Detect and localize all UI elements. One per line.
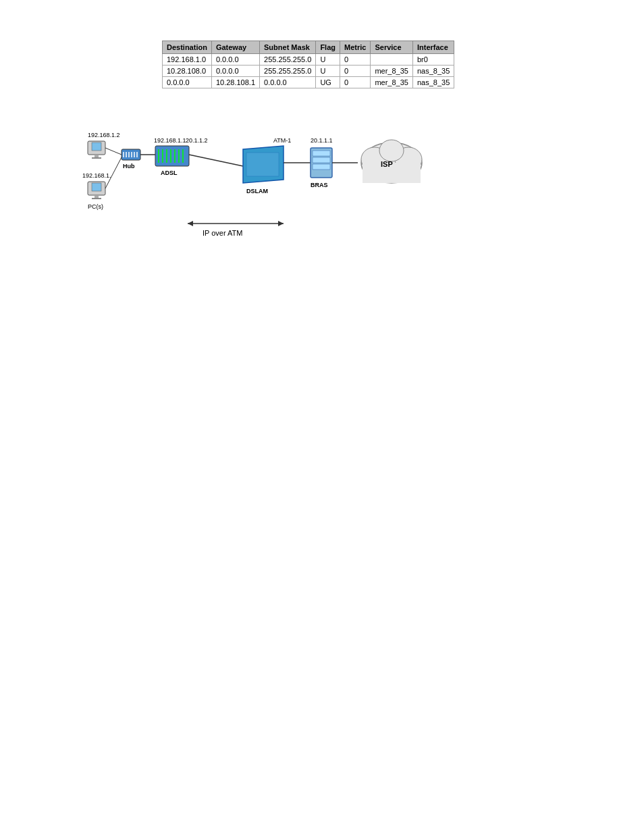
svg-rect-17 [155, 146, 189, 166]
cell-r0-c4: 0 [340, 54, 371, 66]
col-header-destination: Destination [163, 41, 212, 54]
cell-r2-c1: 10.28.108.1 [211, 77, 259, 88]
svg-rect-32 [313, 157, 330, 163]
svg-marker-41 [188, 221, 193, 226]
pc-ip1-label: 192.168.1.2 [88, 132, 120, 138]
cell-r1-c4: 0 [340, 66, 371, 77]
svg-rect-31 [313, 151, 330, 156]
isp-label: ISP [381, 160, 393, 168]
cell-r2-c0: 0.0.0.0 [163, 77, 212, 88]
cell-r0-c1: 0.0.0.0 [211, 54, 259, 66]
cell-r1-c3: U [316, 66, 340, 77]
page-content: Destination Gateway Subnet Mask Flag Met… [0, 0, 644, 291]
col-header-metric: Metric [340, 41, 371, 54]
cell-r2-c2: 0.0.0.0 [260, 77, 316, 88]
svg-rect-2 [95, 155, 99, 157]
pc-label: PC(s) [88, 203, 103, 210]
adsl-ip-right-label: 20.1.1.2 [186, 137, 208, 144]
svg-rect-4 [122, 149, 140, 160]
cell-r2-c3: UG [316, 77, 340, 88]
bras-label: BRAS [311, 182, 328, 188]
adsl-ip-left-label: 192.168.1.1 [154, 137, 186, 144]
adsl-label: ADSL [161, 170, 178, 176]
ip-over-atm-label: IP over ATM [203, 229, 243, 237]
cell-r0-c3: U [316, 54, 340, 66]
pc-ip2-label: 192.168.1. [82, 172, 111, 179]
svg-rect-13 [95, 195, 99, 198]
cell-r0-c5 [371, 54, 413, 66]
cell-r2-c6: nas_8_35 [412, 77, 454, 88]
svg-line-26 [189, 155, 243, 166]
network-diagram: 192.168.1.2 Hub 192.168.1. PC(s) [68, 129, 540, 264]
svg-rect-12 [92, 183, 101, 191]
cell-r0-c2: 255.255.255.0 [260, 54, 316, 66]
routing-table-container: Destination Gateway Subnet Mask Flag Met… [162, 41, 617, 88]
svg-marker-42 [278, 221, 284, 226]
col-header-service: Service [371, 41, 413, 54]
cell-r1-c6: nas_8_35 [412, 66, 454, 77]
cell-r0-c6: br0 [412, 54, 454, 66]
atm-label: ATM-1 [273, 137, 291, 144]
svg-rect-1 [92, 142, 101, 151]
svg-rect-28 [246, 153, 279, 176]
col-header-flag: Flag [316, 41, 340, 54]
svg-line-15 [105, 148, 122, 155]
table-row: 10.28.108.00.0.0.0255.255.255.0U0mer_8_3… [163, 66, 454, 77]
svg-rect-33 [313, 164, 330, 170]
col-header-interface: Interface [412, 41, 454, 54]
table-row: 192.168.1.00.0.0.0255.255.255.0U0br0 [163, 54, 454, 66]
hub-label: Hub [123, 163, 135, 170]
dslam-label: DSLAM [246, 188, 268, 194]
cell-r2-c5: mer_8_35 [371, 77, 413, 88]
cell-r2-c4: 0 [340, 77, 371, 88]
cell-r0-c0: 192.168.1.0 [163, 54, 212, 66]
diagram-svg: 192.168.1.2 Hub 192.168.1. PC(s) [68, 129, 540, 264]
cell-r1-c0: 10.28.108.0 [163, 66, 212, 77]
col-header-gateway: Gateway [211, 41, 259, 54]
bras-ip-label: 20.1.1.1 [311, 137, 333, 144]
table-row: 0.0.0.010.28.108.10.0.0.0UG0mer_8_35nas_… [163, 77, 454, 88]
col-header-subnet-mask: Subnet Mask [260, 41, 316, 54]
svg-rect-3 [92, 157, 101, 159]
cell-r1-c2: 255.255.255.0 [260, 66, 316, 77]
routing-table: Destination Gateway Subnet Mask Flag Met… [162, 41, 454, 88]
cell-r1-c5: mer_8_35 [371, 66, 413, 77]
cell-r1-c1: 0.0.0.0 [211, 66, 259, 77]
svg-point-38 [379, 140, 404, 161]
svg-rect-14 [92, 198, 101, 199]
